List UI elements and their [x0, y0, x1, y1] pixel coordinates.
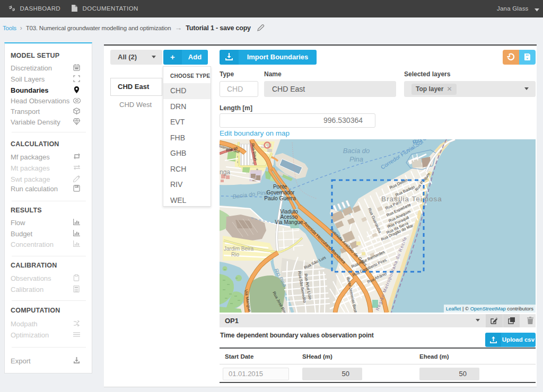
svg-text:Pina: Pina — [349, 155, 363, 163]
svg-text:Governador: Governador — [267, 190, 295, 195]
svg-text:Brasília Teimosa: Brasília Teimosa — [381, 195, 442, 203]
svg-text:Rio: Rio — [231, 252, 239, 257]
svg-text:Via Mangue: Via Mangue — [275, 219, 303, 225]
svg-text:Paulo Guerra: Paulo Guerra — [264, 195, 296, 201]
svg-text:Jardim Beira: Jardim Beira — [224, 246, 254, 252]
svg-text:Ponte: Ponte — [273, 184, 287, 190]
svg-text:Bacia do: Bacia do — [343, 147, 370, 155]
svg-text:nga: nga — [220, 168, 230, 176]
